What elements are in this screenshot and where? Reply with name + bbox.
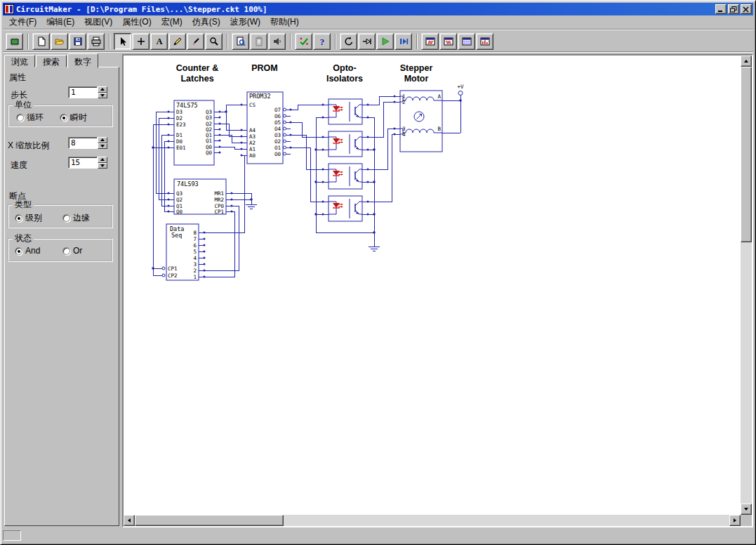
waveform-window-button[interactable] [439,33,457,50]
schematic-canvas[interactable]: Counter & Latches PROM Opto- Isolators S… [124,55,741,515]
find-device-button[interactable] [232,33,249,50]
svg-text:D0: D0 [176,138,183,145]
component-74ls93[interactable]: 74LS93 Q3 Q2 Q1 Q0 MR1 MR2 CP0 CP1 [168,179,233,215]
radio-unit-instant[interactable]: 瞬时 [60,112,87,124]
speed-input[interactable] [68,157,98,169]
run-button[interactable] [376,33,394,50]
grid-window-button[interactable] [458,33,475,50]
menu-edit[interactable]: 编辑(E) [41,15,79,29]
component-opto-isolator[interactable] [322,99,369,221]
step-size-spin-up[interactable] [98,86,107,93]
step-size-input[interactable] [68,86,98,98]
menu-macros[interactable]: 宏(M) [157,15,187,29]
open-button[interactable] [51,33,68,50]
print-button[interactable] [87,33,105,50]
radio-label: 循环 [27,112,44,124]
svg-text:4: 4 [402,131,406,138]
svg-text:A0: A0 [249,152,256,159]
statusbar [3,529,753,542]
digital-display-window-button[interactable] [421,33,439,50]
tab-search[interactable]: 搜索 [36,55,67,67]
radio-icon [15,247,22,255]
select-tool-button[interactable] [114,33,131,50]
pause-button[interactable] [394,33,412,50]
horizontal-scrollbar[interactable] [124,515,741,526]
scroll-up-button[interactable] [741,55,752,67]
component-data-seq[interactable]: Data Seq 8 7 6 5 4 3 2 [159,224,206,280]
schematic-headings[interactable]: Counter & Latches PROM Opto- Isolators S… [176,63,433,84]
component-stepper-motor[interactable]: 1 2 3 4 A B +V [394,84,464,152]
window-square-wave-icon [443,36,454,47]
window-bars-icon [479,36,491,47]
svg-text:O4: O4 [274,126,281,132]
toolbar-separator [109,34,110,49]
radio-icon [60,114,67,122]
radio-type-edge[interactable]: 边缘 [62,212,90,224]
speed-spin-up[interactable] [98,157,107,163]
save-button[interactable] [69,33,86,50]
horizontal-scroll-thumb[interactable] [135,515,284,526]
menu-options[interactable]: 属性(O) [117,15,156,29]
menu-wave[interactable]: 波形(W) [225,15,265,29]
ground-symbol[interactable] [246,199,380,251]
svg-text:E01: E01 [176,145,186,151]
reset-button[interactable] [340,33,357,50]
svg-text:D1: D1 [176,132,183,138]
menu-file[interactable]: 文件(F) [4,15,41,29]
window-grid-icon [461,36,472,47]
x-scale-spinner [98,137,107,149]
step-button[interactable] [358,33,376,50]
bars-window-button[interactable] [476,33,493,50]
speed-spin-down[interactable] [98,163,107,169]
component-prom32[interactable]: PROM32 CS A4 A3 [241,92,292,164]
x-scale-label: X 缩放比例 [8,140,49,152]
vertical-scroll-thumb[interactable] [741,67,752,242]
close-button[interactable] [741,4,752,14]
toolbar: A [3,31,753,52]
parts-bin-button[interactable] [6,33,23,50]
menu-simulation[interactable]: 仿真(S) [187,15,225,29]
down-arrow-icon [744,508,748,511]
tab-browse[interactable]: 浏览 [4,55,35,67]
open-folder-icon [54,36,65,47]
sound-button[interactable] [268,33,286,50]
radio-state-or[interactable]: Or [62,246,82,256]
menu-view[interactable]: 视图(V) [79,15,117,29]
speed-label: 速度 [11,159,27,171]
minimize-button[interactable] [715,4,727,14]
up-arrow-icon [100,88,105,91]
x-scale-spin-up[interactable] [98,137,107,143]
wire-tool-button[interactable] [168,33,186,50]
svg-text:Seq: Seq [171,232,182,239]
vertical-scrollbar[interactable] [741,55,752,515]
help-button[interactable]: ? [313,33,331,50]
wires[interactable] [153,96,460,277]
radio-unit-cycle[interactable]: 循环 [16,112,44,124]
text-tool-button[interactable]: A [150,33,168,50]
scroll-down-button[interactable] [741,504,752,515]
radio-type-level[interactable]: 级别 [15,212,42,224]
svg-text:6: 6 [193,242,197,249]
svg-text:1: 1 [193,274,197,280]
zoom-tool-button[interactable] [205,33,223,50]
menu-help[interactable]: 帮助(H) [265,15,304,29]
probe-tool-button[interactable] [187,33,204,50]
paste-button[interactable] [250,33,267,50]
x-scale-input[interactable] [68,137,98,149]
x-scale-spin-down[interactable] [98,143,107,150]
toolbar-separator [227,34,228,49]
svg-text:+V: +V [457,84,464,90]
tab-digital[interactable]: 数字 [67,53,98,68]
svg-text:Isolators: Isolators [326,74,363,84]
new-button[interactable] [32,33,50,50]
scroll-right-button[interactable] [729,515,741,526]
svg-text:O0: O0 [274,151,281,157]
rule-check-button[interactable] [295,33,312,50]
component-74ls75[interactable]: 74LS75 D3 D2 E23 D1 D0 [168,100,221,165]
scroll-left-button[interactable] [124,515,135,526]
restore-button[interactable] [728,4,739,14]
step-size-spin-down[interactable] [98,93,107,99]
svg-text:O7: O7 [274,107,281,113]
radio-state-and[interactable]: And [15,246,40,256]
place-part-button[interactable] [132,33,150,50]
